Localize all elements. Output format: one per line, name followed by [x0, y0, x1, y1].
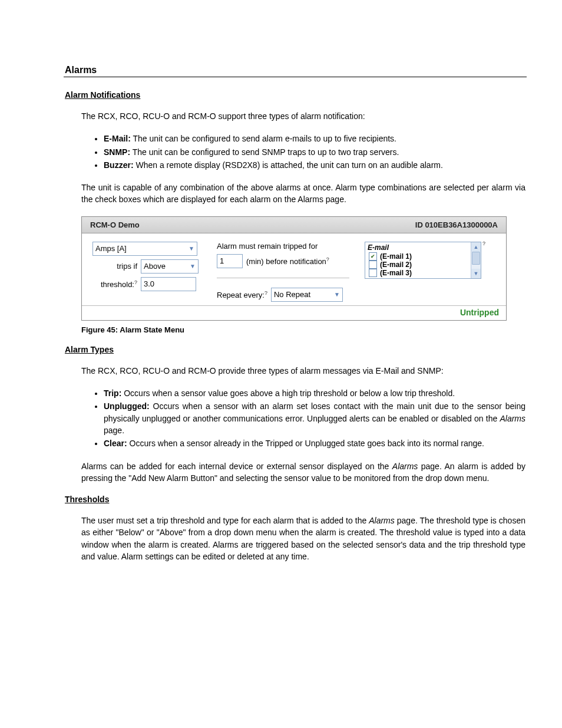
chevron-down-icon: ▼	[189, 245, 194, 252]
section-notifications-title: Alarm Notifications	[65, 90, 527, 100]
list-item: Unplugged: Occurs when a sensor with an …	[104, 400, 525, 436]
remain-suffix: (min) before notification?	[246, 256, 329, 266]
scrollbar[interactable]: ▲ ▼	[471, 242, 481, 278]
section-types-title: Alarm Types	[65, 345, 527, 354]
panel-title: RCM-O Demo	[90, 220, 140, 229]
divider	[217, 278, 349, 278]
list-item: E-Mail: The unit can be configured to se…	[104, 133, 525, 144]
trips-if-label: trips if	[92, 262, 137, 271]
remain-minutes-input[interactable]: 1	[217, 254, 243, 268]
scroll-thumb[interactable]	[472, 252, 480, 265]
remain-label: Alarm must remain tripped for	[217, 242, 349, 251]
list-item: Buzzer: When a remote display (RSD2X8) i…	[104, 159, 525, 171]
chevron-down-icon: ▼	[190, 263, 196, 269]
notifications-list: E-Mail: The unit can be configured to se…	[81, 133, 525, 171]
types-outro: Alarms can be added for each internal de…	[81, 460, 525, 485]
sensor-select[interactable]: Amps [A]▼	[92, 242, 197, 256]
email-option-3[interactable]: (E-mail 3)	[368, 269, 480, 277]
repeat-select[interactable]: No Repeat▼	[271, 288, 343, 302]
checkbox-checked-icon: ✔	[369, 252, 377, 261]
panel-id: ID 010EB36A1300000A	[415, 220, 498, 229]
page-title: Alarms	[65, 65, 527, 75]
chevron-down-icon: ▼	[334, 291, 340, 298]
email-targets-list: E-mail ✔(E-mail 1) (E-mail 2) (E-mail 3)…	[365, 242, 481, 279]
thresholds-body: The user must set a trip threshold and t…	[81, 515, 525, 562]
notifications-intro: The RCX, RCO, RCU-O and RCM-O support th…	[81, 110, 525, 122]
section-thresholds-title: Thresholds	[65, 495, 527, 504]
list-item: Clear: Occurs when a sensor already in t…	[104, 437, 525, 449]
threshold-label: threshold:?	[92, 279, 137, 289]
status-badge: Untripped	[460, 308, 499, 317]
figure-caption: Figure 45: Alarm State Menu	[81, 325, 527, 334]
types-intro: The RCX, RCO, RCU-O and RCM-O provide th…	[81, 365, 525, 377]
notifications-outro: The unit is capable of any combination o…	[81, 182, 525, 206]
list-item: Trip: Occurs when a sensor value goes ab…	[104, 387, 525, 399]
types-list: Trip: Occurs when a sensor value goes ab…	[81, 387, 525, 449]
email-option-2[interactable]: (E-mail 2)	[368, 261, 480, 269]
threshold-input[interactable]: 3.0	[141, 277, 196, 291]
checkbox-icon	[369, 261, 377, 269]
scroll-down-icon[interactable]: ▼	[471, 269, 481, 278]
list-item: SNMP: The unit can be configured to send…	[104, 146, 525, 158]
scroll-up-icon[interactable]: ▲	[471, 242, 481, 252]
email-header: E-mail	[368, 243, 480, 252]
checkbox-icon	[369, 269, 377, 277]
direction-select[interactable]: Above▼	[141, 259, 199, 274]
email-option-1[interactable]: ✔(E-mail 1)	[368, 252, 480, 261]
alarm-state-panel: RCM-O Demo ID 010EB36A1300000A Amps [A]▼…	[81, 216, 507, 321]
repeat-label: Repeat every:?	[217, 290, 267, 299]
divider	[64, 77, 527, 77]
